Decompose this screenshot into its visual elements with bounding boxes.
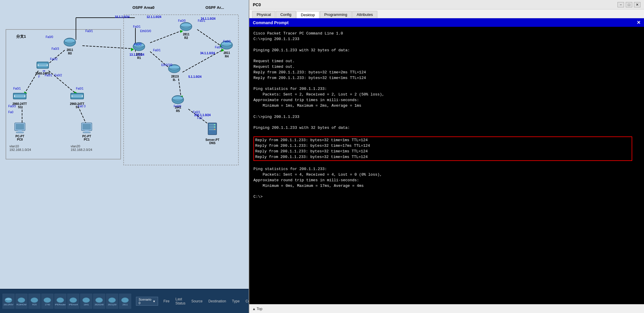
terminal-line-29 [253,189,640,195]
label-5110: 5.1.1.0/24 [188,75,201,78]
pc-PC0[interactable]: PC-PTPC0 [13,122,26,141]
if-fa0-sw1: Fa0 [8,111,13,114]
tab-physical[interactable]: Physical [252,11,275,18]
terminal-line-17 [253,120,640,126]
terminal-line-30: C:\> [253,194,640,200]
toolbar-R19HOW[interactable]: R19HOW [15,294,28,309]
svg-rect-68 [85,131,89,132]
label-13110: 13.1.1.0/24 [130,53,144,56]
if-fa01-r0: Fa0/1 [85,29,93,33]
if-fa-r1b: Fa0/1 [153,49,161,52]
svg-point-82 [44,297,51,302]
scenario-btn[interactable]: Scenario 0 ▼ [136,297,158,306]
switch-SW0[interactable]: 3560-24PS [35,59,50,75]
svg-point-76 [214,129,215,130]
svg-point-86 [95,297,103,302]
svg-point-75 [214,126,215,128]
svg-point-83 [57,297,64,302]
terminal-line-21: Reply from 200.1.1.233: bytes=32 time=17… [255,143,630,149]
maximize-btn[interactable]: □ [626,2,632,7]
network-canvas: OSPF Area0 OSPF Ar... 分支1 2811R0 [0,0,249,289]
bottom-toolbar: 2811R0V R19HOW R25 1740 IPERouter [0,289,249,313]
toolbar-2811[interactable]: 2811 [119,294,131,309]
svg-point-30 [64,39,75,43]
terminal-line-2: C:\>ping 200.1.1.233 [253,37,640,42]
if-re-sw0: re [43,69,45,73]
toolbar-IPEmonf[interactable]: IPEmonf [67,294,79,309]
window-title: PC0 [253,2,618,7]
terminal-line-8: Reply from 200.1.1.233: bytes=32 time=2m… [253,70,640,75]
terminal-line-9: Reply from 200.1.1.233: bytes=32 time<1m… [253,75,640,81]
svg-point-74 [214,124,215,125]
toolbar-2620240[interactable]: 2620240 [93,294,105,309]
tabs-bar: Physical Config Desktop Programming Attr… [249,9,644,18]
if-fa02-sw0: Fa0/2 [50,57,58,61]
terminal-line-12: Packets: Sent = 2, Received = 2, Lost = … [253,92,640,98]
svg-line-8 [197,29,221,46]
toolbar-router-2811[interactable]: 2811R0V [2,294,15,309]
server-DNS[interactable]: Server-PTDNS [205,122,219,145]
svg-rect-65 [16,132,24,133]
terminal-line-18: Pinging 200.1.1.233 with 32 bytes of dat… [253,125,640,131]
terminal-line-11: Ping statistics for 200.1.1.233: [253,86,640,92]
label-34110: 34.1.1.0/24 [200,52,215,55]
router-R2[interactable]: 2811R2 [180,21,193,40]
toolbar-R25[interactable]: R25 [28,294,41,309]
cmd-close-x[interactable]: ✕ [637,20,640,25]
label-10110: 10.1.1.0/24 [115,15,130,19]
pc0-status-bar: ▲ Top [249,304,644,313]
toolbar-1841[interactable]: 1841 [80,294,92,309]
cmd-header-bar: Command Prompt ✕ [249,18,644,27]
terminal-line-26: Packets: Sent = 4, Received = 4, Lost = … [253,172,640,178]
terminal-line-4: Pinging 200.1.1.233 with 32 bytes of dat… [253,48,640,53]
svg-point-81 [31,297,38,302]
branch-label: 分支1 [16,34,26,39]
label-fire: Fire [163,299,170,303]
toolbar-2621[interactable]: 2621(00 [106,294,118,309]
label-200110: 200.1.1.0/24 [194,113,211,117]
svg-point-85 [82,297,90,302]
terminal-line-15 [253,109,640,114]
if-fa01-r2: Fa0/1 [198,19,205,22]
tab-attributes[interactable]: Attributes [352,11,377,18]
svg-point-36 [181,23,191,28]
ospf-area-r-label: OSPF Ar... [205,5,224,10]
terminal-line-10 [253,81,640,87]
cmd-header-label: Command Prompt [253,20,288,25]
svg-point-87 [108,297,116,302]
terminal-line-20: Reply from 200.1.1.233: bytes=32 time<1m… [255,138,630,143]
if-fa01-r4: Fa0/1 [215,46,223,49]
minimize-btn[interactable]: − [618,2,624,7]
tab-config[interactable]: Config [276,11,296,18]
if-fa00-r1: Fa0/0 [134,43,142,46]
close-btn[interactable]: ✕ [634,2,640,7]
terminal-line-23: Reply from 200.1.1.233: bytes=32 time=1m… [255,154,630,160]
pc0-window: PC0 − □ ✕ Physical Config Desktop Progra… [249,0,644,313]
ospf-area0-label: OSPF Area0 [132,5,155,10]
svg-point-45 [172,96,183,101]
router-R0[interactable]: 2811R0 [63,37,77,55]
terminal-line-28: Minimum = 0ms, Maximum = 17ms, Average =… [253,183,640,189]
if-f-sw0: F [38,75,40,78]
terminal-line-6: Request timed out. [253,59,640,64]
terminal-line-7: Request timed out. [253,64,640,70]
terminal-line-19 [253,131,640,136]
if-fa03-sw1: Fa0/3 [8,105,16,108]
pc-PC1[interactable]: PC-PTPC1 [80,122,93,141]
toolbar-1740[interactable]: 1740 [41,294,54,309]
label-12110: 12.1.1.0/24 [147,15,161,19]
terminal-line-5 [253,53,640,59]
label-laststatus: Last Status [175,297,185,305]
terminal-line-13: Approximate round trip times in milli-se… [253,98,640,103]
if-fa01-sw0: Fa0/1 [45,74,52,77]
tab-programming[interactable]: Programming [320,11,352,18]
if-fa01-sw1: Fa0/1 [13,87,21,90]
svg-line-5 [82,46,132,49]
toolbar-IPERouter[interactable]: IPERouter [54,294,67,309]
terminal-line-14: Minimum = 1ms, Maximum = 2ms, Average = … [253,103,640,109]
tab-desktop[interactable]: Desktop [296,11,319,18]
svg-point-78 [5,298,11,301]
if-fa01-r1: Fa0/1 [133,25,141,28]
terminal-output[interactable]: Cisco Packet Tracer PC Command Line 1.0 … [249,27,644,304]
router-R5[interactable]: 1841R5 [171,94,185,113]
